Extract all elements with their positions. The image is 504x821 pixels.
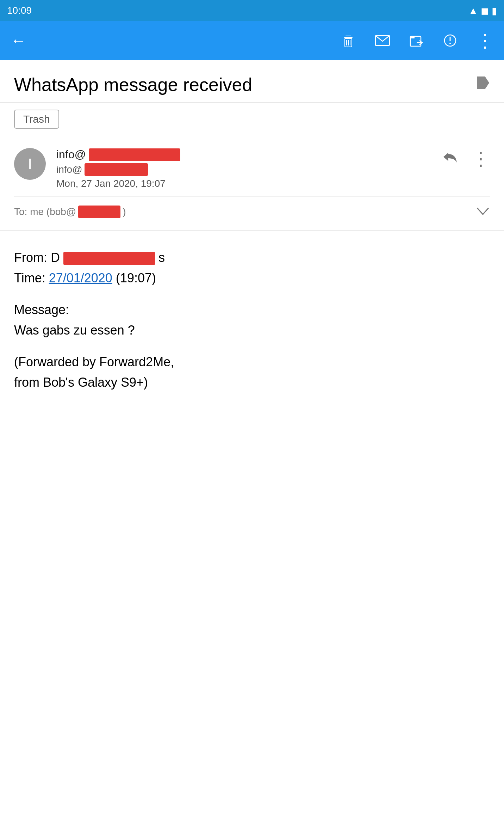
time-link[interactable]: 27/01/2020 — [49, 271, 112, 285]
email-subject: WhatsApp message received — [14, 74, 467, 95]
move-button[interactable] — [410, 33, 424, 48]
sender-avatar: I — [14, 148, 46, 180]
forwarded-line2: from Bob's Galaxy S9+) — [14, 373, 490, 392]
trash-badge[interactable]: Trash — [14, 110, 59, 129]
status-time: 10:09 — [7, 5, 32, 16]
email-header-actions: ⋮ — [442, 148, 490, 169]
more-options-button[interactable]: ⋮ — [476, 30, 493, 51]
forwarded-line1: (Forwarded by Forward2Me, — [14, 353, 490, 372]
sender-email-redacted — [85, 163, 148, 176]
trash-label-area: Trash — [0, 103, 504, 137]
email-subject-area: WhatsApp message received — [0, 60, 504, 103]
app-toolbar: ← — [0, 21, 504, 60]
expand-recipients-button[interactable] — [476, 204, 490, 220]
email-body: From: D s Time: 27/01/2020 (19:07) Messa… — [0, 231, 504, 415]
status-bar: 10:09 ▲ ◼ ▮ — [0, 0, 504, 21]
email-more-options[interactable]: ⋮ — [472, 148, 490, 169]
sender-info: info@ info@ Mon, 27 Jan 2020, 19:07 — [56, 148, 431, 189]
reply-button[interactable] — [442, 150, 458, 167]
to-text: To: me (bob@ ) — [14, 206, 476, 218]
sender-name-prefix: info@ — [56, 148, 86, 161]
label-icon — [474, 75, 490, 94]
sender-name-redacted — [89, 148, 180, 161]
from-line: From: D s — [14, 248, 490, 267]
forwarded-paragraph: (Forwarded by Forward2Me, from Bob's Gal… — [14, 353, 490, 392]
svg-rect-1 — [344, 37, 353, 38]
svg-rect-0 — [346, 36, 351, 36]
sender-date: Mon, 27 Jan 2020, 19:07 — [56, 178, 431, 189]
message-label: Message: — [14, 300, 490, 319]
status-icons: ▲ ◼ ▮ — [468, 5, 497, 17]
from-redacted — [63, 252, 155, 265]
time-line: Time: 27/01/2020 (19:07) — [14, 269, 490, 288]
from-paragraph: From: D s Time: 27/01/2020 (19:07) — [14, 248, 490, 288]
email-button[interactable] — [375, 34, 390, 47]
delete-button[interactable] — [341, 33, 355, 48]
email-header-card: I info@ info@ Mon, 27 Jan 2020, 19:07 ⋮ — [0, 137, 504, 231]
svg-rect-8 — [410, 36, 415, 38]
svg-point-12 — [449, 43, 451, 44]
alert-button[interactable] — [444, 33, 456, 48]
message-paragraph: Message: Was gabs zu essen ? — [14, 300, 490, 340]
to-email-redacted — [78, 206, 120, 218]
message-text: Was gabs zu essen ? — [14, 321, 490, 340]
sender-email-prefix: info@ — [56, 164, 82, 175]
back-button[interactable]: ← — [11, 32, 26, 49]
to-row: To: me (bob@ ) — [14, 196, 490, 220]
